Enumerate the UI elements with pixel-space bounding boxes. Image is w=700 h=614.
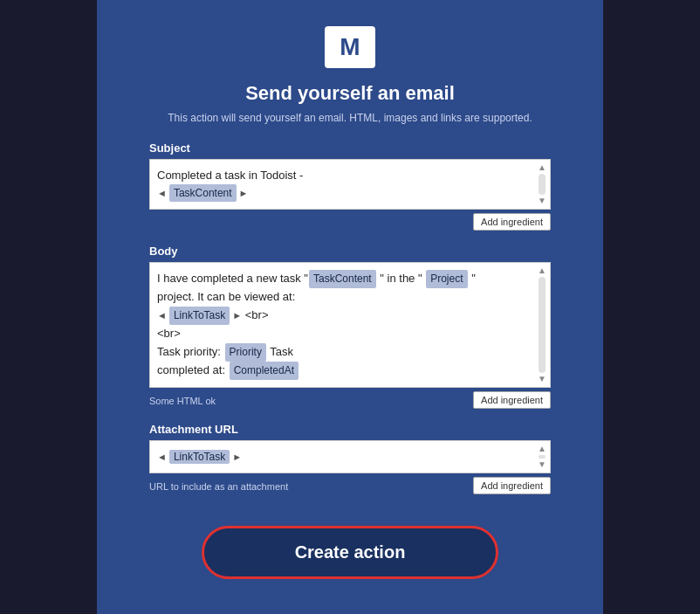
- body-ingredient-project[interactable]: Project: [426, 270, 467, 288]
- body-task-text: Task: [267, 345, 293, 358]
- body-br2: <br>: [157, 327, 181, 340]
- attachment-scrollbar: ▲ ▼: [536, 445, 548, 469]
- body-content[interactable]: I have completed a new task "TaskContent…: [150, 263, 550, 387]
- app-logo: M: [325, 26, 375, 68]
- body-scroll-track: [539, 277, 546, 373]
- body-ingredient-completedat[interactable]: CompletedAt: [230, 362, 299, 380]
- body-priority-text: Task priority:: [157, 345, 224, 358]
- subject-label: Subject: [149, 141, 551, 155]
- body-textarea-wrapper: I have completed a new task "TaskContent…: [149, 262, 551, 388]
- subject-field-actions: Add ingredient: [149, 213, 551, 231]
- body-label: Body: [149, 245, 551, 258]
- body-scrollbar: ▲ ▼: [536, 266, 548, 383]
- scroll-up-icon[interactable]: ▲: [538, 163, 546, 172]
- body-note: Some HTML ok: [149, 396, 216, 406]
- attachment-content[interactable]: ◄LinkToTask►: [150, 441, 550, 473]
- subject-field-group: Subject Completed a task in Todoist - ◄T…: [149, 141, 551, 231]
- subject-scrollbar: ▲ ▼: [536, 163, 548, 205]
- attachment-field-footer: URL to include as an attachment Add ingr…: [149, 477, 551, 494]
- ingredient-left-arrow: ◄: [157, 186, 167, 201]
- create-action-button[interactable]: Create action: [202, 526, 498, 579]
- body-completed-text: completed at:: [157, 363, 229, 376]
- main-container: M Send yourself an email This action wil…: [97, 0, 603, 614]
- body-ingredient-right-arrow: ►: [232, 308, 242, 324]
- ingredient-right-arrow: ►: [239, 186, 249, 201]
- attachment-scroll-down-icon[interactable]: ▼: [538, 460, 546, 469]
- body-text-project-rest: project. It can be viewed at:: [157, 290, 295, 303]
- subject-content[interactable]: Completed a task in Todoist - ◄TaskConte…: [150, 160, 550, 209]
- body-ingredient-linktotask[interactable]: LinkToTask: [169, 307, 230, 325]
- body-field-footer: Some HTML ok Add ingredient: [149, 391, 551, 409]
- body-ingredient-taskcontent[interactable]: TaskContent: [309, 270, 376, 288]
- body-text-in-the: " in the ": [377, 272, 425, 285]
- subject-add-ingredient-button[interactable]: Add ingredient: [473, 213, 551, 231]
- attachment-add-ingredient-button[interactable]: Add ingredient: [473, 477, 551, 494]
- body-text-line1a: I have completed a new task ": [157, 272, 308, 285]
- page-subtitle: This action will send yourself an email.…: [168, 112, 532, 124]
- body-field-group: Body I have completed a new task "TaskCo…: [149, 245, 551, 409]
- subject-text-before: Completed a task in Todoist -: [157, 169, 303, 182]
- subject-ingredient-tag[interactable]: TaskContent: [169, 184, 237, 202]
- body-text-project: ": [469, 272, 476, 285]
- body-ingredient-priority[interactable]: Priority: [225, 343, 266, 362]
- body-scroll-up-icon[interactable]: ▲: [538, 266, 546, 275]
- scroll-down-icon[interactable]: ▼: [538, 197, 546, 205]
- body-ingredient-left-arrow: ◄: [157, 308, 167, 324]
- attachment-scroll-up-icon[interactable]: ▲: [538, 445, 546, 453]
- attachment-ingredient-right-arrow: ►: [232, 452, 242, 462]
- subject-textarea-wrapper: Completed a task in Todoist - ◄TaskConte…: [149, 159, 551, 210]
- logo-letter: M: [340, 33, 360, 61]
- scroll-track: [539, 174, 546, 195]
- create-action-wrapper: Create action: [149, 526, 551, 579]
- attachment-scroll-track: [539, 455, 546, 459]
- body-scroll-down-icon[interactable]: ▼: [538, 375, 546, 383]
- attachment-label: Attachment URL: [149, 423, 551, 436]
- attachment-textarea-wrapper: ◄LinkToTask► ▲ ▼: [149, 440, 551, 473]
- attachment-note: URL to include as an attachment: [149, 481, 288, 492]
- page-title: Send yourself an email: [245, 82, 455, 105]
- attachment-field-group: Attachment URL ◄LinkToTask► ▲ ▼ URL to i…: [149, 423, 551, 494]
- body-br1: <br>: [245, 308, 269, 321]
- attachment-ingredient-linktotask[interactable]: LinkToTask: [169, 450, 230, 464]
- body-add-ingredient-button[interactable]: Add ingredient: [473, 391, 551, 409]
- attachment-ingredient-left-arrow: ◄: [157, 452, 167, 462]
